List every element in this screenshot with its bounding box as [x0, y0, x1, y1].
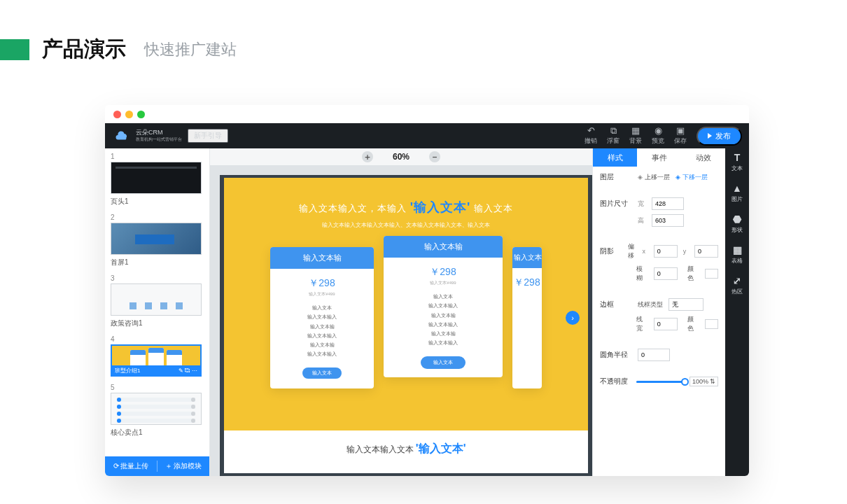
card-title: 输入文本输 [270, 247, 374, 269]
undo-button[interactable]: ↶撤销 [584, 126, 597, 146]
layer-down-icon: ◈ [676, 174, 680, 181]
slide-subtitle: 快速推广建站 [144, 39, 237, 60]
layer-up-icon: ◈ [638, 174, 643, 181]
app-window: 云朵CRM 教育机构一站式营销平台 新手引导 ↶撤销 ⧉浮窗 ▦背景 ◉预览 ▣… [105, 105, 749, 476]
page-label: 首屏1 [111, 258, 204, 267]
brand-line1: 云朵CRM [136, 129, 182, 136]
eye-icon: ◉ [654, 126, 662, 135]
float-button[interactable]: ⧉浮窗 [607, 126, 620, 146]
tool-hotspot[interactable]: ⤢热区 [732, 276, 743, 295]
page-item[interactable]: 2 首屏1 [111, 214, 204, 267]
page-thumbnail [111, 162, 202, 194]
border-width-input[interactable] [654, 318, 678, 330]
page-thumbnail [111, 393, 202, 425]
card-features: 输入文本输入文本输入输入文本输输入文本输入输入文本输输入文本输入 [384, 292, 503, 354]
page-thumbnail [111, 223, 202, 255]
thumb-actions[interactable]: ✎ ⿻ ⋯ [178, 368, 197, 374]
zoom-icon[interactable] [137, 111, 145, 118]
carousel-next-button[interactable]: › [566, 311, 580, 325]
radius-input[interactable] [638, 349, 670, 361]
page-thumbnail [111, 284, 202, 316]
layer-down-button[interactable]: ◈下移一层 [676, 173, 708, 182]
opacity-value[interactable]: 100%⇅ [690, 377, 718, 386]
publish-button[interactable]: 发布 [696, 127, 742, 146]
border-color-picker[interactable] [705, 319, 718, 329]
tool-image[interactable]: ▲图片 [732, 183, 743, 203]
tool-strip: T文本 ▲图片 ⬣形状 ▦表格 ⤢热区 [725, 148, 749, 476]
headline[interactable]: 输入文本输入文，本输入 '输入文本' 输入文本 [238, 199, 574, 216]
tool-text[interactable]: T文本 [732, 153, 743, 172]
inspector-panel: 样式 事件 动效 图层 ◈上移一层 ◈下移一层 图片尺寸 宽 [592, 148, 725, 476]
border-label: 边框 [600, 300, 632, 309]
add-module-button[interactable]: ＋ 添加模块 [158, 461, 209, 471]
card-button[interactable]: 输入文本 [302, 368, 342, 379]
card-features: 输入文本输入文本输入输入文本输输入文本输入输入文本输输入文本输入 [270, 303, 374, 365]
logo-icon [112, 126, 132, 146]
top-toolbar: 云朵CRM 教育机构一站式营销平台 新手引导 ↶撤销 ⧉浮窗 ▦背景 ◉预览 ▣… [105, 123, 749, 148]
layer-label: 图层 [600, 172, 632, 182]
size-label: 图片尺寸 [600, 199, 632, 209]
card-button[interactable]: 输入文本 [421, 356, 465, 369]
opacity-slider[interactable] [636, 381, 685, 383]
tool-table[interactable]: ▦表格 [732, 245, 743, 265]
page-thumbnail: 班型介绍1✎ ⿻ ⋯ [111, 344, 202, 377]
card-title: 输入文本输 [384, 236, 503, 258]
radius-label: 圆角半径 [600, 350, 632, 360]
shape-icon: ⬣ [733, 214, 741, 224]
pages-footer: ⟳ 批量上传 ＋ 添加模块 [105, 456, 209, 476]
ruler-horizontal [210, 165, 592, 175]
pricing-card-peek[interactable]: 输入文本输 ￥298 [512, 247, 542, 388]
slide-title: 产品演示 [42, 35, 126, 64]
page-item[interactable]: 1 页头1 [111, 153, 204, 206]
tab-anim[interactable]: 动效 [681, 148, 725, 167]
canvas-area: ＋ 60% － 输入文本输入文，本输入 '输入文本' 输入文本 输入文本输入文本… [210, 148, 592, 476]
background-button[interactable]: ▦背景 [629, 126, 642, 146]
accent-bar [0, 39, 29, 60]
width-input[interactable] [652, 197, 684, 210]
zoom-out-button[interactable]: － [429, 151, 440, 162]
close-icon[interactable] [113, 111, 121, 118]
stepper-icon: ⇅ [710, 378, 715, 385]
table-icon: ▦ [733, 245, 742, 255]
page-label: 政策咨询1 [111, 318, 204, 328]
page-item[interactable]: 3 政策咨询1 [111, 274, 204, 328]
save-icon: ▣ [676, 126, 685, 135]
page-label: 核心卖点1 [111, 428, 204, 438]
shadow-y-input[interactable] [694, 245, 718, 258]
shadow-blur-input[interactable] [654, 267, 678, 280]
shadow-color-picker[interactable] [705, 269, 718, 279]
image-icon: ▲ [732, 183, 742, 193]
hotspot-icon: ⤢ [733, 276, 741, 286]
newbie-guide-button[interactable]: 新手引导 [188, 129, 228, 143]
border-type-select[interactable] [668, 298, 704, 311]
brand-line2: 教育机构一站式营销平台 [136, 136, 182, 143]
text-icon: T [734, 153, 741, 162]
page-canvas[interactable]: 输入文本输入文，本输入 '输入文本' 输入文本 输入文本输入文本输入文本输入、文… [224, 178, 588, 473]
tool-shape[interactable]: ⬣形状 [732, 214, 743, 234]
zoom-bar: ＋ 60% － [210, 148, 592, 165]
pricing-card-featured[interactable]: 输入文本输 ￥298 输入文本¥499 输入文本输入文本输入输入文本输输入文本输… [384, 236, 503, 377]
subheadline[interactable]: 输入文本输入文本输入文本输入、文本输入文本输入文本、输入文本 [238, 221, 574, 229]
shadow-x-input[interactable] [654, 245, 678, 258]
shadow-label: 阴影 [600, 246, 622, 256]
tab-style[interactable]: 样式 [593, 148, 637, 167]
float-icon: ⧉ [610, 126, 617, 135]
preview-button[interactable]: ◉预览 [652, 126, 664, 146]
pricing-card[interactable]: 输入文本输 ￥298 输入文本¥499 输入文本输入文本输入输入文本输输入文本输… [270, 247, 374, 388]
window-titlebar [105, 105, 749, 123]
page-item-selected[interactable]: 4 班型介绍1✎ ⿻ ⋯ [111, 335, 204, 377]
height-input[interactable] [652, 214, 684, 227]
layer-up-button[interactable]: ◈上移一层 [638, 173, 670, 182]
opacity-label: 不透明度 [600, 377, 632, 386]
batch-upload-button[interactable]: ⟳ 批量上传 [105, 461, 157, 471]
tab-event[interactable]: 事件 [637, 148, 681, 167]
minimize-icon[interactable] [125, 111, 133, 118]
zoom-in-button[interactable]: ＋ [362, 151, 373, 162]
pricing-cards: 输入文本输 ￥298 输入文本¥499 输入文本输入文本输入输入文本输输入文本输… [238, 247, 574, 388]
page-footer[interactable]: 输入文本输入文本 '输入文本' [224, 430, 588, 462]
stage[interactable]: 输入文本输入文，本输入 '输入文本' 输入文本 输入文本输入文本输入文本输入、文… [220, 175, 592, 476]
background-icon: ▦ [631, 126, 640, 135]
page-item[interactable]: 5 核心卖点1 [111, 384, 204, 438]
page-label: 页头1 [111, 197, 204, 206]
save-button[interactable]: ▣保存 [674, 126, 687, 146]
